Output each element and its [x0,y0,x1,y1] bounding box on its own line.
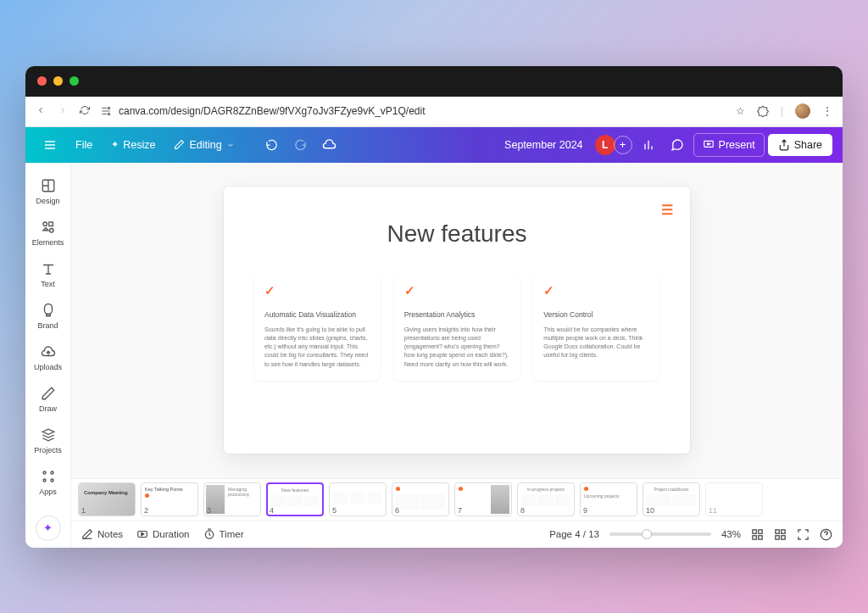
redo-button[interactable] [288,132,314,158]
slide-menu-icon[interactable]: ☰ [661,202,673,218]
svg-rect-5 [48,222,53,226]
feature-card[interactable]: ✓ Automatic Data Visualization Sounds li… [254,271,381,381]
card-body: Giving users insights into how their pre… [404,326,510,369]
check-icon: ✓ [404,283,510,298]
maximize-window-button[interactable] [70,76,79,86]
page-indicator: Page 4 / 13 [549,529,599,539]
analytics-icon[interactable] [636,132,661,158]
present-button[interactable]: Present [693,133,765,157]
sidebar-item-projects[interactable]: Projects [25,421,70,460]
sidebar-item-text[interactable]: Text [25,254,70,294]
app-toolbar: File ✦Resize Editing September 2024 L + … [25,127,843,163]
extensions-icon[interactable] [757,105,769,117]
card-title: Version Control [543,310,649,319]
minimize-window-button[interactable] [53,76,63,86]
svg-rect-20 [776,535,779,538]
duration-button[interactable]: Duration [136,528,189,540]
left-sidebar: Design Elements Text Brand Uploads Draw … [25,163,71,548]
grid-view-icon[interactable] [751,528,764,541]
svg-rect-15 [753,535,756,538]
back-button[interactable] [36,105,46,118]
cloud-sync-icon[interactable] [317,132,342,158]
check-icon: ✓ [543,283,649,298]
sidebar-item-uploads[interactable]: Uploads [25,337,70,377]
feature-card[interactable]: ✓ Presentation Analytics Giving users in… [394,271,520,381]
svg-point-6 [49,228,53,232]
resize-button[interactable]: ✦Resize [103,135,163,155]
share-button[interactable]: Share [768,134,832,156]
svg-point-1 [108,113,109,114]
help-icon[interactable] [820,528,832,541]
undo-button[interactable] [259,132,285,158]
app-window: canva.com/design/DAGR8ZZnBew/9fVXg7oJv3F… [25,66,843,548]
add-collaborator-button[interactable]: + [614,136,632,154]
slide-thumbnail[interactable]: 5 [329,482,387,516]
current-slide[interactable]: ☰ New features ✓ Automatic Data Visualiz… [224,187,690,454]
svg-rect-13 [753,529,756,532]
sidebar-item-brand[interactable]: Brand [25,296,70,336]
user-avatar[interactable]: L [595,135,615,155]
slide-thumbnail[interactable]: Company Meeting1 [78,482,136,516]
check-icon: ✓ [264,283,370,298]
bookmark-icon[interactable]: ☆ [736,105,745,117]
svg-rect-16 [759,535,762,538]
close-window-button[interactable] [37,76,47,86]
card-title: Presentation Analytics [404,310,510,319]
slide-thumbnail[interactable]: New features4 [266,482,324,516]
comment-icon[interactable] [665,132,690,158]
magic-button[interactable]: ✦ [36,515,61,541]
editing-mode-button[interactable]: Editing [166,135,242,155]
slide-thumbnail[interactable]: Managing productivity3 [203,482,261,516]
thumbnail-strip: Company Meeting1 Key Talking Points2 Man… [71,478,843,521]
card-body: This would be for companies where multip… [543,326,649,360]
sidebar-item-elements[interactable]: Elements [25,213,70,253]
feature-card[interactable]: ✓ Version Control This would be for comp… [533,271,659,381]
svg-rect-14 [759,529,762,532]
menu-button[interactable] [36,134,64,156]
slide-thumbnail[interactable]: 7 [454,482,512,516]
bottom-bar: Notes Duration Timer Page 4 / 13 43% [71,521,843,548]
canvas-area: ☰ New features ✓ Automatic Data Visualiz… [71,163,843,548]
slide-title[interactable]: New features [254,220,659,248]
slide-thumbnail[interactable]: In-progress projects8 [517,482,575,516]
svg-rect-17 [776,529,779,532]
zoom-slider[interactable] [609,532,711,536]
window-titlebar [25,66,843,97]
url-text[interactable]: canva.com/design/DAGR8ZZnBew/9fVXg7oJv3F… [119,105,426,117]
reload-button[interactable] [80,105,90,118]
card-body: Sounds like it's going to be able to pul… [264,326,370,369]
forward-button[interactable] [58,105,68,118]
timer-button[interactable]: Timer [203,528,244,540]
svg-point-4 [43,222,47,226]
slide-thumbnail[interactable]: Upcoming projects9 [580,482,637,516]
slide-thumbnail[interactable]: Key Talking Points2 [141,482,198,516]
slide-thumbnail[interactable]: Project roadblocks10 [643,482,700,516]
slide-thumbnail[interactable]: 11 [705,482,763,516]
sidebar-item-apps[interactable]: Apps [25,462,70,502]
notes-button[interactable]: Notes [81,528,123,540]
svg-rect-18 [782,529,785,532]
scroll-view-icon[interactable] [774,528,787,541]
browser-menu-icon[interactable]: ⋮ [822,105,832,117]
card-title: Automatic Data Visualization [264,310,370,319]
svg-point-10 [51,479,53,482]
zoom-percentage[interactable]: 43% [721,529,741,539]
slide-thumbnail[interactable]: 6 [392,482,449,516]
sidebar-item-draw[interactable]: Draw [25,379,70,419]
svg-point-8 [51,471,53,474]
sidebar-item-design[interactable]: Design [25,171,70,211]
browser-profile-avatar[interactable] [795,103,810,119]
browser-url-bar: canva.com/design/DAGR8ZZnBew/9fVXg7oJv3F… [25,97,843,127]
svg-rect-19 [782,535,785,538]
file-button[interactable]: File [68,135,100,155]
fullscreen-icon[interactable] [797,528,810,541]
svg-point-7 [43,471,46,474]
svg-point-9 [43,479,46,482]
svg-point-0 [108,107,109,109]
project-name[interactable]: September 2024 [504,139,582,151]
site-settings-icon[interactable] [100,105,112,117]
